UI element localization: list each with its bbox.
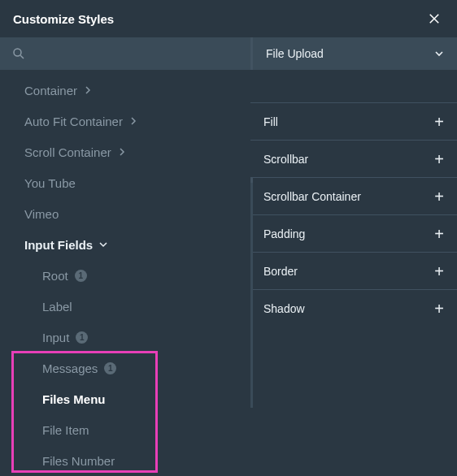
svg-point-0 [14,49,21,56]
tree-item-inputfields[interactable]: Input Fields [0,229,250,260]
tree-label: Label [42,300,72,314]
search-row [0,37,250,70]
tree-item-autofit[interactable]: Auto Fit Container [0,106,250,136]
main-area: Container Auto Fit Container Scroll Cont… [0,37,457,476]
tree-label: Input [42,331,69,344]
chevron-down-icon [434,49,444,58]
close-button[interactable] [424,9,444,28]
prop-label: Border [263,265,298,278]
chevron-right-icon [118,148,126,156]
plus-icon: + [434,263,444,279]
chevron-right-icon [129,117,137,125]
tree-label: Root [42,269,68,283]
tree-label: Container [24,84,77,97]
prop-label: Scrollbar Container [263,190,361,203]
search-icon [11,46,26,61]
tree-item-scrollcontainer[interactable]: Scroll Container [0,136,250,167]
dialog-header: Customize Styles [0,0,457,37]
close-icon [427,11,442,26]
prop-fill[interactable]: Fill + [250,102,457,140]
chevron-down-icon [99,240,107,249]
dialog-title: Customize Styles [13,12,114,26]
element-tree: Container Auto Fit Container Scroll Cont… [0,70,250,476]
properties-active-indicator [250,183,253,408]
svg-line-1 [20,55,24,58]
context-selector[interactable]: File Upload [250,37,457,70]
tree-item-youtube[interactable]: You Tube [0,167,250,198]
tree-item-container[interactable]: Container [0,75,250,106]
tree-label: Files Menu [42,392,106,406]
plus-icon: + [434,151,444,167]
tree-label: Vimeo [24,207,59,221]
sidebar: Container Auto Fit Container Scroll Cont… [0,37,250,476]
plus-icon: + [434,188,444,205]
tree-label: File Item [42,423,89,437]
tree-label: Input Fields [24,238,93,252]
tree-child-root[interactable]: Root 1 [0,260,250,291]
prop-label: Fill [263,115,278,128]
tree-child-filesmenu[interactable]: Files Menu [0,383,250,414]
chevron-right-icon [84,86,92,94]
tree-child-label[interactable]: Label [0,291,250,322]
plus-icon: + [434,114,444,130]
property-list: Fill + Scrollbar + Scrollbar Container +… [250,70,457,327]
prop-shadow[interactable]: Shadow + [250,289,457,327]
plus-icon: + [434,226,444,242]
tree-label: Auto Fit Container [24,115,123,128]
tree-child-messages[interactable]: Messages 1 [0,353,250,383]
tree-label: Messages [42,361,98,375]
prop-scrollbar[interactable]: Scrollbar + [250,140,457,177]
prop-padding[interactable]: Padding + [250,214,457,252]
plus-icon: + [434,301,444,317]
count-badge: 1 [75,270,87,282]
prop-label: Scrollbar [263,153,308,166]
tree-child-filesnumber[interactable]: Files Number [0,445,250,476]
prop-label: Padding [263,227,305,240]
search-input[interactable] [34,47,239,60]
tree-label: You Tube [24,176,76,190]
tree-label: Files Number [42,454,115,468]
count-badge: 1 [76,331,88,344]
properties-pane: File Upload Fill + Scrollbar + Scrollbar… [250,37,457,476]
prop-border[interactable]: Border + [250,252,457,289]
prop-scrollbar-container[interactable]: Scrollbar Container + [250,177,457,214]
tree-item-vimeo[interactable]: Vimeo [0,198,250,229]
count-badge: 1 [104,362,116,374]
tree-label: Scroll Container [24,145,111,159]
context-label: File Upload [266,47,324,60]
tree-child-input[interactable]: Input 1 [0,322,250,353]
tree-child-fileitem[interactable]: File Item [0,414,250,445]
prop-label: Shadow [263,302,305,315]
